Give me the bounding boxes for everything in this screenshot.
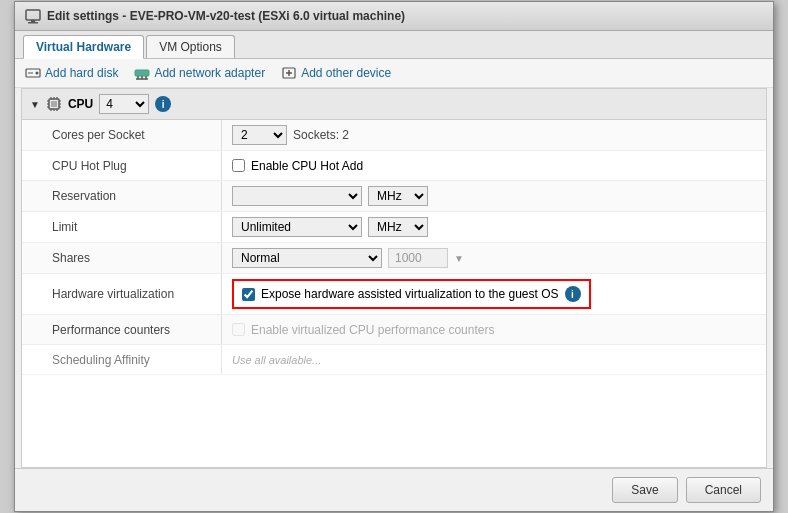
device-icon bbox=[281, 65, 297, 81]
limit-value: Unlimited Custom MHz GHz bbox=[222, 212, 766, 242]
cpu-hot-plug-label: CPU Hot Plug bbox=[22, 151, 222, 180]
cpu-section-label: CPU bbox=[68, 97, 93, 111]
cpu-hot-plug-checkbox-row: Enable CPU Hot Add bbox=[232, 159, 363, 173]
hard-disk-icon bbox=[25, 65, 41, 81]
shares-dropdown-icon[interactable]: ▼ bbox=[454, 253, 464, 264]
save-button[interactable]: Save bbox=[612, 477, 677, 503]
svg-point-4 bbox=[36, 72, 39, 75]
reservation-row: Reservation MHz GHz bbox=[22, 181, 766, 212]
cpu-icon bbox=[46, 96, 62, 112]
hw-virt-checkbox-label: Expose hardware assisted virtualization … bbox=[261, 287, 559, 301]
cores-per-socket-value: 2 1 4 Sockets: 2 bbox=[222, 120, 766, 150]
hw-virt-value: Expose hardware assisted virtualization … bbox=[222, 274, 766, 314]
sockets-text: Sockets: 2 bbox=[293, 128, 349, 142]
reservation-value: MHz GHz bbox=[222, 181, 766, 211]
cpu-info-icon[interactable]: i bbox=[155, 96, 171, 112]
cpu-hot-plug-row: CPU Hot Plug Enable CPU Hot Add bbox=[22, 151, 766, 181]
limit-unit-select[interactable]: MHz GHz bbox=[368, 217, 428, 237]
cpu-toggle-icon[interactable]: ▼ bbox=[30, 99, 40, 110]
cores-per-socket-label: Cores per Socket bbox=[22, 120, 222, 150]
cores-per-socket-row: Cores per Socket 2 1 4 Sockets: 2 bbox=[22, 120, 766, 151]
scheduling-affinity-label: Scheduling Affinity bbox=[22, 345, 222, 374]
reservation-unit-select[interactable]: MHz GHz bbox=[368, 186, 428, 206]
perf-counters-checkbox-row: Enable virtualized CPU performance count… bbox=[232, 323, 494, 337]
cpu-hot-plug-value: Enable CPU Hot Add bbox=[222, 151, 766, 180]
shares-value: Normal Low High Custom ▼ bbox=[222, 243, 766, 273]
shares-label: Shares bbox=[22, 243, 222, 273]
cpu-section-header[interactable]: ▼ CPU 4 1 2 8 bbox=[22, 89, 766, 120]
limit-label: Limit bbox=[22, 212, 222, 242]
cores-per-socket-select[interactable]: 2 1 4 bbox=[232, 125, 287, 145]
shares-select[interactable]: Normal Low High Custom bbox=[232, 248, 382, 268]
shares-row: Shares Normal Low High Custom ▼ bbox=[22, 243, 766, 274]
network-icon bbox=[134, 65, 150, 81]
dialog-title: Edit settings - EVE-PRO-VM-v20-test (ESX… bbox=[47, 9, 405, 23]
hw-virt-checkbox[interactable] bbox=[242, 288, 255, 301]
hw-virt-row: Hardware virtualization Expose hardware … bbox=[22, 274, 766, 315]
perf-counters-value: Enable virtualized CPU performance count… bbox=[222, 315, 766, 344]
perf-counters-checkbox[interactable] bbox=[232, 323, 245, 336]
add-network-adapter-label: Add network adapter bbox=[154, 66, 265, 80]
svg-rect-2 bbox=[28, 22, 38, 24]
reservation-label: Reservation bbox=[22, 181, 222, 211]
hw-virt-box: Expose hardware assisted virtualization … bbox=[232, 279, 591, 309]
toolbar: Add hard disk Add network adapter bbox=[15, 59, 773, 88]
cpu-count-select[interactable]: 4 1 2 8 bbox=[99, 94, 149, 114]
scheduling-affinity-value: Use all available... bbox=[222, 345, 766, 374]
tab-vm-options[interactable]: VM Options bbox=[146, 35, 235, 58]
add-hard-disk-button[interactable]: Add hard disk bbox=[25, 65, 118, 81]
add-network-adapter-button[interactable]: Add network adapter bbox=[134, 65, 265, 81]
title-bar: Edit settings - EVE-PRO-VM-v20-test (ESX… bbox=[15, 2, 773, 31]
add-hard-disk-label: Add hard disk bbox=[45, 66, 118, 80]
limit-select[interactable]: Unlimited Custom bbox=[232, 217, 362, 237]
svg-rect-6 bbox=[135, 70, 149, 76]
dialog-footer: Save Cancel bbox=[15, 468, 773, 511]
reservation-select[interactable] bbox=[232, 186, 362, 206]
edit-settings-dialog: Edit settings - EVE-PRO-VM-v20-test (ESX… bbox=[14, 1, 774, 512]
add-other-device-button[interactable]: Add other device bbox=[281, 65, 391, 81]
scheduling-affinity-row: Scheduling Affinity Use all available... bbox=[22, 345, 766, 375]
svg-rect-15 bbox=[51, 101, 57, 107]
svg-rect-1 bbox=[31, 20, 35, 22]
tabs-bar: Virtual Hardware VM Options bbox=[15, 31, 773, 59]
scheduling-affinity-text: Use all available... bbox=[232, 354, 321, 366]
hw-virt-info-icon[interactable]: i bbox=[565, 286, 581, 302]
vm-icon bbox=[25, 8, 41, 24]
limit-row: Limit Unlimited Custom MHz GHz bbox=[22, 212, 766, 243]
perf-counters-label: Performance counters bbox=[22, 315, 222, 344]
add-other-device-label: Add other device bbox=[301, 66, 391, 80]
cpu-hot-plug-checkbox[interactable] bbox=[232, 159, 245, 172]
tab-virtual-hardware[interactable]: Virtual Hardware bbox=[23, 35, 144, 59]
content-area: ▼ CPU 4 1 2 8 bbox=[21, 88, 767, 468]
perf-counters-checkbox-label: Enable virtualized CPU performance count… bbox=[251, 323, 494, 337]
hw-virt-label: Hardware virtualization bbox=[22, 274, 222, 314]
shares-input[interactable] bbox=[388, 248, 448, 268]
cpu-hot-plug-checkbox-label: Enable CPU Hot Add bbox=[251, 159, 363, 173]
cancel-button[interactable]: Cancel bbox=[686, 477, 761, 503]
perf-counters-row: Performance counters Enable virtualized … bbox=[22, 315, 766, 345]
svg-rect-0 bbox=[26, 10, 40, 20]
